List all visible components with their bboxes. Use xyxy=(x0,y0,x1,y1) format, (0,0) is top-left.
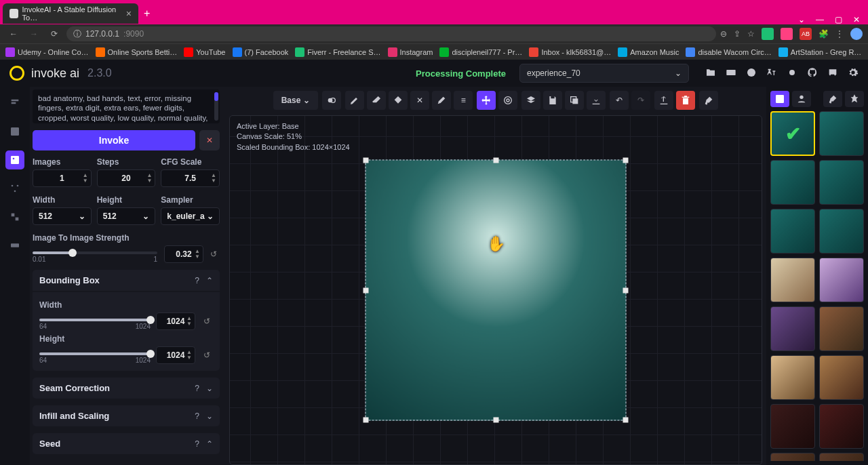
gallery-tab-uploads[interactable] xyxy=(792,91,811,107)
reload-button[interactable]: ⟳ xyxy=(46,26,62,42)
upload-icon[interactable] xyxy=(654,91,673,110)
github-icon[interactable] xyxy=(807,67,818,80)
eraser-tool-icon[interactable] xyxy=(367,91,386,110)
discord-icon[interactable] xyxy=(827,67,838,80)
close-window-icon[interactable]: ✕ xyxy=(853,15,860,24)
cancel-button[interactable]: ✕ xyxy=(199,130,220,150)
back-button[interactable]: ← xyxy=(5,26,22,42)
gallery-thumbnail[interactable] xyxy=(770,209,815,254)
save-canvas-icon[interactable] xyxy=(543,91,562,110)
copy-canvas-icon[interactable] xyxy=(565,91,584,110)
gallery-thumbnail[interactable]: ✔ xyxy=(770,111,815,156)
rail-nodes[interactable] xyxy=(5,179,24,198)
info-icon[interactable]: ? xyxy=(195,384,199,393)
info-icon[interactable]: ? xyxy=(195,439,199,449)
download-icon[interactable] xyxy=(587,91,606,110)
gallery-thumbnail[interactable] xyxy=(770,258,815,302)
site-info-icon[interactable]: ⓘ xyxy=(73,28,81,40)
resize-handle[interactable] xyxy=(363,418,369,423)
info-icon[interactable]: ? xyxy=(195,411,199,421)
delete-icon[interactable] xyxy=(676,91,695,110)
chevron-up-icon[interactable]: ⌃ xyxy=(206,276,213,285)
infill-scaling-header[interactable]: Infill and Scaling ?⌄ xyxy=(33,405,220,426)
gallery-thumbnail[interactable] xyxy=(770,355,815,400)
browser-tab[interactable]: InvokeAI - A Stable Diffusion To… × xyxy=(3,3,138,24)
bookmark-star-icon[interactable]: ☆ xyxy=(747,29,755,39)
extension-icon[interactable] xyxy=(781,28,793,40)
new-tab-button[interactable]: + xyxy=(138,7,155,20)
reset-icon[interactable]: ↺ xyxy=(201,317,213,326)
brush-tool-icon[interactable] xyxy=(345,91,364,110)
keyboard-icon[interactable] xyxy=(726,67,736,80)
move-tool-icon[interactable] xyxy=(477,91,496,110)
bookmark-item[interactable]: YouTube xyxy=(184,47,225,57)
bookmark-item[interactable]: (7) Facebook xyxy=(233,47,289,57)
bookmark-item[interactable]: Udemy - Online Co… xyxy=(5,47,89,57)
gallery-thumbnail[interactable] xyxy=(819,160,864,205)
close-icon[interactable]: × xyxy=(126,8,132,19)
bookmark-item[interactable]: disable Wacom Circ… xyxy=(686,47,771,57)
rail-canvas[interactable] xyxy=(5,150,24,169)
reset-view-icon[interactable] xyxy=(498,91,517,110)
rail-img2img[interactable] xyxy=(5,122,24,141)
seam-correction-header[interactable]: Seam Correction ?⌄ xyxy=(33,378,220,399)
menu-icon[interactable]: ⋮ xyxy=(835,29,844,39)
bb-height-slider[interactable] xyxy=(39,352,151,355)
gallery-thumbnail[interactable] xyxy=(819,355,864,400)
canvas-image[interactable]: ✋ xyxy=(366,160,627,421)
resize-handle[interactable] xyxy=(493,418,498,423)
bounding-box-header[interactable]: Bounding Box ?⌃ xyxy=(33,270,220,291)
bookmark-item[interactable]: ArtStation - Greg R… xyxy=(778,47,862,57)
color-picker-icon[interactable] xyxy=(432,91,451,110)
bug-icon[interactable] xyxy=(787,67,797,80)
width-select[interactable]: 512⌄ xyxy=(33,207,92,225)
maximize-icon[interactable]: ▢ xyxy=(835,15,842,24)
chevron-down-icon[interactable]: ⌄ xyxy=(206,384,213,393)
negative-prompt-input[interactable]: bad anatomy, bad hands, text, error, mis… xyxy=(33,89,220,123)
settings-icon[interactable] xyxy=(848,67,859,80)
scrollbar[interactable] xyxy=(214,92,218,121)
profile-avatar[interactable] xyxy=(850,28,863,40)
gallery-tab-results[interactable] xyxy=(770,91,789,107)
reset-icon[interactable]: ↺ xyxy=(201,350,213,360)
resize-handle[interactable] xyxy=(623,418,629,423)
menu-icon[interactable]: ≡ xyxy=(454,91,473,110)
resize-handle[interactable] xyxy=(623,158,629,163)
canvas-viewport[interactable]: Active Layer: Base Canvas Scale: 51% Sca… xyxy=(229,115,762,465)
minimize-icon[interactable]: — xyxy=(816,15,824,24)
zoom-icon[interactable]: ⊖ xyxy=(720,29,727,39)
info-icon[interactable]: ? xyxy=(195,276,199,285)
resize-handle[interactable] xyxy=(363,158,369,163)
bookmark-item[interactable]: Amazon Music xyxy=(618,47,679,57)
url-input[interactable]: ⓘ 127.0.0.1:9090 xyxy=(66,26,716,41)
extensions-menu-icon[interactable]: 🧩 xyxy=(818,29,829,39)
resize-handle[interactable] xyxy=(493,158,498,163)
bb-height-input[interactable]: 1024▲▼ xyxy=(156,346,195,364)
palette-icon[interactable] xyxy=(746,67,757,80)
bookmark-item[interactable]: discipleneil777 - Pr… xyxy=(439,47,522,57)
bb-width-slider[interactable] xyxy=(39,319,151,321)
gallery-thumbnail[interactable] xyxy=(819,111,864,156)
gallery-thumbnail[interactable] xyxy=(819,306,864,351)
language-icon[interactable] xyxy=(766,67,777,80)
gallery-thumbnail[interactable] xyxy=(819,453,864,461)
extension-icon[interactable]: AB xyxy=(800,28,812,40)
gallery-thumbnail[interactable] xyxy=(770,453,815,461)
layer-select[interactable]: Base ⌄ xyxy=(273,91,319,110)
share-icon[interactable]: ⇪ xyxy=(734,29,741,39)
bookmark-item[interactable]: Fiverr - Freelance S… xyxy=(295,47,380,57)
images-input[interactable]: 1▲▼ xyxy=(33,169,92,187)
sampler-select[interactable]: k_euler_a⌄ xyxy=(161,207,220,225)
i2i-strength-input[interactable]: 0.32▲▼ xyxy=(164,245,203,263)
redo-icon[interactable]: ↷ xyxy=(631,91,650,110)
invoke-button[interactable]: Invoke xyxy=(33,130,195,150)
reset-icon[interactable]: ↺ xyxy=(208,249,220,259)
folder-icon[interactable] xyxy=(705,67,716,80)
clear-tool-icon[interactable]: ✕ xyxy=(410,91,429,110)
mask-toggle-icon[interactable] xyxy=(322,91,341,110)
rail-txt2img[interactable] xyxy=(5,94,24,113)
merge-layers-icon[interactable] xyxy=(521,91,540,110)
bb-width-input[interactable]: 1024▲▼ xyxy=(156,312,195,330)
model-select[interactable]: experience_70 ⌄ xyxy=(519,64,689,83)
seed-header[interactable]: Seed ?⌃ xyxy=(33,433,220,454)
